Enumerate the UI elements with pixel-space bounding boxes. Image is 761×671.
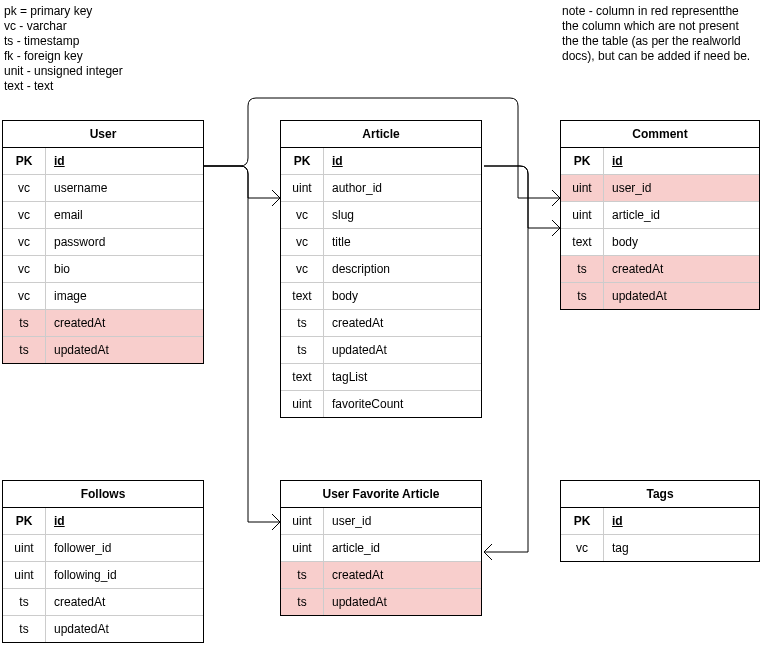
column-type: vc [281,256,324,283]
column-name: id [324,148,482,175]
column-name: bio [46,256,204,283]
column-row: uintuser_id [281,508,481,535]
column-name: tagList [324,364,482,391]
column-name: username [46,175,204,202]
entity-title: Tags [561,481,759,508]
column-name: createdAt [604,256,760,283]
legend-right: note - column in red representthe the co… [562,4,750,64]
column-type: text [281,283,324,310]
entity-follows: Follows PKiduintfollower_iduintfollowing… [2,480,204,643]
column-name: favoriteCount [324,391,482,418]
entity-tags: Tags PKidvctag [560,480,760,562]
legend-line: docs), but can be added if need be. [562,49,750,64]
column-row: tsupdatedAt [561,283,759,310]
column-name: slug [324,202,482,229]
column-type: ts [3,589,46,616]
column-type: uint [3,562,46,589]
column-row: PKid [561,148,759,175]
column-name: article_id [324,535,482,562]
column-row: vcusername [3,175,203,202]
column-row: PKid [561,508,759,535]
legend-line: the the table (as per the realworld [562,34,750,49]
column-type: uint [561,202,604,229]
column-type: uint [281,535,324,562]
column-row: texttagList [281,364,481,391]
column-row: tsupdatedAt [3,616,203,643]
column-name: createdAt [46,310,204,337]
column-name: description [324,256,482,283]
legend-line: vc - varchar [4,19,123,34]
column-name: tag [604,535,760,562]
column-type: PK [561,508,604,535]
column-row: vctag [561,535,759,562]
column-row: uintarticle_id [561,202,759,229]
column-row: uintarticle_id [281,535,481,562]
column-name: email [46,202,204,229]
column-row: uintuser_id [561,175,759,202]
column-name: password [46,229,204,256]
column-row: tsupdatedAt [281,589,481,616]
column-type: uint [281,175,324,202]
column-name: updatedAt [324,589,482,616]
column-row: PKid [281,148,481,175]
column-type: ts [281,337,324,364]
column-row: vcpassword [3,229,203,256]
column-row: textbody [561,229,759,256]
column-name: createdAt [324,310,482,337]
column-row: tscreatedAt [281,562,481,589]
entity-columns: PKiduintfollower_iduintfollowing_idtscre… [3,508,203,642]
legend-left: pk = primary key vc - varchar ts - times… [4,4,123,94]
entity-article: Article PKiduintauthor_idvcslugvctitlevc… [280,120,482,418]
column-row: vcemail [3,202,203,229]
column-type: ts [3,337,46,364]
column-type: ts [561,283,604,310]
column-row: tscreatedAt [3,589,203,616]
column-type: vc [3,283,46,310]
legend-line: note - column in red representthe [562,4,750,19]
column-name: createdAt [46,589,204,616]
column-type: PK [3,148,46,175]
column-row: vcdescription [281,256,481,283]
column-type: vc [3,175,46,202]
column-name: id [46,148,204,175]
entity-comment: Comment PKiduintuser_iduintarticle_idtex… [560,120,760,310]
column-name: updatedAt [46,337,204,364]
entity-user-favorite-article: User Favorite Article uintuser_iduintart… [280,480,482,616]
column-name: title [324,229,482,256]
column-type: text [561,229,604,256]
column-type: vc [3,256,46,283]
column-name: user_id [324,508,482,535]
column-type: ts [3,310,46,337]
column-row: vcslug [281,202,481,229]
column-row: tscreatedAt [561,256,759,283]
column-type: vc [281,229,324,256]
entity-columns: PKidvcusernamevcemailvcpasswordvcbiovcim… [3,148,203,363]
column-type: vc [3,229,46,256]
entity-columns: uintuser_iduintarticle_idtscreatedAttsup… [281,508,481,615]
column-type: ts [3,616,46,643]
entity-title: User Favorite Article [281,481,481,508]
entity-user: User PKidvcusernamevcemailvcpasswordvcbi… [2,120,204,364]
column-row: PKid [3,508,203,535]
column-name: user_id [604,175,760,202]
column-row: uintfavoriteCount [281,391,481,418]
column-row: tsupdatedAt [281,337,481,364]
column-name: follower_id [46,535,204,562]
legend-line: the column which are not present [562,19,750,34]
column-type: uint [281,508,324,535]
entity-columns: PKiduintauthor_idvcslugvctitlevcdescript… [281,148,481,417]
column-row: vcbio [3,256,203,283]
column-type: vc [561,535,604,562]
column-type: vc [3,202,46,229]
column-name: article_id [604,202,760,229]
column-name: updatedAt [324,337,482,364]
column-name: author_id [324,175,482,202]
column-name: following_id [46,562,204,589]
column-type: text [281,364,324,391]
er-diagram: pk = primary key vc - varchar ts - times… [0,0,761,671]
column-row: tscreatedAt [281,310,481,337]
column-name: body [604,229,760,256]
column-type: uint [561,175,604,202]
entity-title: User [3,121,203,148]
entity-title: Comment [561,121,759,148]
